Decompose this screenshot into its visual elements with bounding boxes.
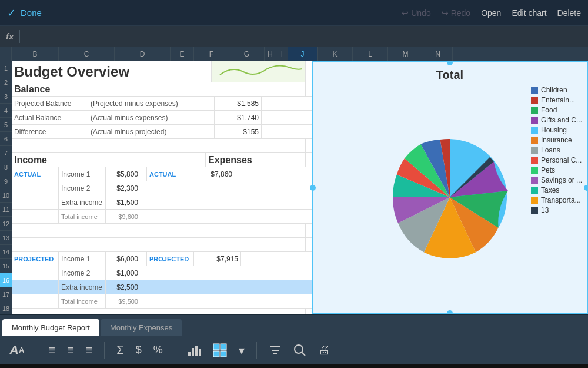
actual-balance-value: $1,740 bbox=[215, 111, 262, 124]
percent-button[interactable]: % bbox=[153, 344, 163, 356]
row-num-6[interactable]: 6 bbox=[0, 132, 12, 146]
row-num-11[interactable]: 11 bbox=[0, 203, 12, 217]
col-header-b[interactable]: B bbox=[12, 47, 59, 61]
selection-dot-left[interactable] bbox=[310, 185, 316, 191]
chart-panel: Total bbox=[312, 61, 588, 314]
col-header-e[interactable]: E bbox=[171, 47, 194, 61]
search-button[interactable] bbox=[293, 344, 306, 357]
print-button[interactable]: 🖨 bbox=[318, 343, 330, 357]
legend-item-savings: Savings or ... bbox=[531, 176, 582, 184]
col-header-i[interactable]: I bbox=[276, 47, 288, 61]
delete-label: Delete bbox=[557, 8, 581, 18]
font-size-button[interactable]: A A bbox=[9, 343, 24, 358]
tab-monthly-expenses[interactable]: Monthly Expenses bbox=[101, 319, 182, 336]
legend-label-gifts: Gifts and C... bbox=[541, 116, 582, 124]
row-num-10[interactable]: 10 bbox=[0, 188, 12, 203]
col-header-k[interactable]: K bbox=[318, 47, 353, 61]
row-num-9[interactable]: 9 bbox=[0, 174, 12, 188]
redo-button[interactable]: ↪ Redo bbox=[442, 8, 470, 18]
legend-item-personal: Personal C... bbox=[531, 156, 582, 164]
col-header-n[interactable]: N bbox=[423, 47, 453, 61]
toolbar-right: ↩ Undo ↪ Redo Open Edit chart Delete bbox=[402, 8, 581, 18]
selection-dot-top[interactable] bbox=[447, 61, 453, 65]
row-num-13[interactable]: 13 bbox=[0, 231, 12, 245]
row-num-15[interactable]: 15 bbox=[0, 259, 12, 273]
checkmark-icon: ✓ bbox=[7, 6, 16, 19]
projected-row-14: PROJECTED Income 1 $6,000 PROJECTED $7,9… bbox=[12, 252, 312, 266]
left-panel: Budget Overview ~~~ Balance Projected Ba… bbox=[12, 61, 312, 314]
col-header-h[interactable]: H bbox=[265, 47, 276, 61]
row-num-7[interactable]: 7 bbox=[0, 146, 12, 160]
total-income-label: Total income bbox=[59, 210, 106, 223]
row-num-18[interactable]: 18 bbox=[0, 301, 12, 314]
edit-chart-button[interactable]: Edit chart bbox=[512, 8, 546, 18]
proj-income1-value: $6,000 bbox=[106, 252, 141, 266]
income1-value: $5,800 bbox=[106, 167, 141, 181]
legend-color-gifts bbox=[531, 117, 538, 124]
legend-color-insurance bbox=[531, 137, 538, 144]
proj-income2-label: Income 2 bbox=[59, 266, 106, 280]
legend-item-loans: Loans bbox=[531, 146, 582, 154]
legend-color-pets bbox=[531, 167, 538, 174]
title-row: Budget Overview ~~~ bbox=[12, 61, 312, 82]
row-num-4[interactable]: 4 bbox=[0, 104, 12, 118]
col-header-f[interactable]: F bbox=[194, 47, 229, 61]
selection-dot-bottom[interactable] bbox=[447, 310, 453, 314]
decorative-cell: ~~~ bbox=[212, 61, 306, 82]
income1-label: Income 1 bbox=[59, 167, 106, 181]
spacer-10b bbox=[141, 195, 235, 209]
row-num-5[interactable]: 5 bbox=[0, 118, 12, 132]
income-header: Income bbox=[12, 153, 129, 167]
sheet-tabs: Monthly Budget Report Monthly Expenses bbox=[0, 314, 588, 336]
col-header-m[interactable]: M bbox=[388, 47, 423, 61]
legend-color-children bbox=[531, 87, 538, 94]
col-header-d[interactable]: D bbox=[115, 47, 171, 61]
actual-label: ACTUAL bbox=[12, 167, 59, 181]
svg-rect-5 bbox=[213, 344, 219, 350]
expenses-header: Expenses bbox=[206, 153, 306, 167]
row-num-12[interactable]: 12 bbox=[0, 217, 12, 231]
open-button[interactable]: Open bbox=[481, 8, 501, 18]
table-style-button[interactable] bbox=[213, 343, 227, 357]
svg-rect-4 bbox=[199, 349, 201, 356]
row-num-8[interactable]: 8 bbox=[0, 160, 12, 174]
legend-label-pets: Pets bbox=[541, 166, 555, 174]
done-button[interactable]: Done bbox=[21, 8, 42, 18]
align-left-button[interactable]: ≡ bbox=[48, 343, 55, 357]
row-num-17[interactable]: 17 bbox=[0, 287, 12, 301]
legend-label-entertainment: Entertain... bbox=[541, 96, 575, 104]
align-center-button[interactable]: ≡ bbox=[67, 343, 74, 357]
selection-dot-right[interactable] bbox=[584, 185, 588, 191]
filter-button[interactable] bbox=[269, 344, 282, 357]
row-num-1[interactable]: 1 bbox=[0, 61, 12, 75]
legend-label-food: Food bbox=[541, 106, 557, 114]
col-header-l[interactable]: L bbox=[353, 47, 388, 61]
align-right-button[interactable]: ≡ bbox=[86, 343, 93, 357]
tab-monthly-budget-report[interactable]: Monthly Budget Report bbox=[2, 319, 99, 336]
decorative-svg: ~~~ bbox=[214, 63, 302, 81]
row-num-3[interactable]: 3 bbox=[0, 89, 12, 104]
chart-legend: Children Entertain... Food Gifts and C..… bbox=[531, 86, 582, 214]
sum-button[interactable]: Σ bbox=[116, 343, 123, 357]
col-header-j[interactable]: J bbox=[288, 47, 318, 61]
row-num-14[interactable]: 14 bbox=[0, 245, 12, 259]
dropdown-arrow[interactable]: ▾ bbox=[239, 343, 245, 357]
extra-income-value: $1,500 bbox=[106, 195, 141, 209]
empty-cell-6 bbox=[12, 139, 306, 152]
bar-chart-icon bbox=[187, 343, 201, 357]
col-header-g[interactable]: G bbox=[229, 47, 265, 61]
empty-row-12 bbox=[12, 224, 312, 238]
chart-button[interactable] bbox=[187, 343, 201, 357]
legend-color-entertainment bbox=[531, 97, 538, 104]
income-expenses-header-row: Income Expenses bbox=[12, 153, 312, 167]
extra-income-row: Extra income $1,500 bbox=[12, 195, 312, 210]
row-num-2[interactable]: 2 bbox=[0, 75, 12, 89]
delete-button[interactable]: Delete bbox=[557, 8, 581, 18]
formula-input[interactable] bbox=[26, 32, 582, 41]
currency-button[interactable]: $ bbox=[136, 344, 142, 356]
undo-button[interactable]: ↩ Undo bbox=[402, 8, 430, 18]
open-label: Open bbox=[481, 8, 501, 18]
row-num-16[interactable]: 16 bbox=[0, 273, 12, 287]
svg-rect-1 bbox=[188, 352, 191, 356]
col-header-c[interactable]: C bbox=[59, 47, 115, 61]
